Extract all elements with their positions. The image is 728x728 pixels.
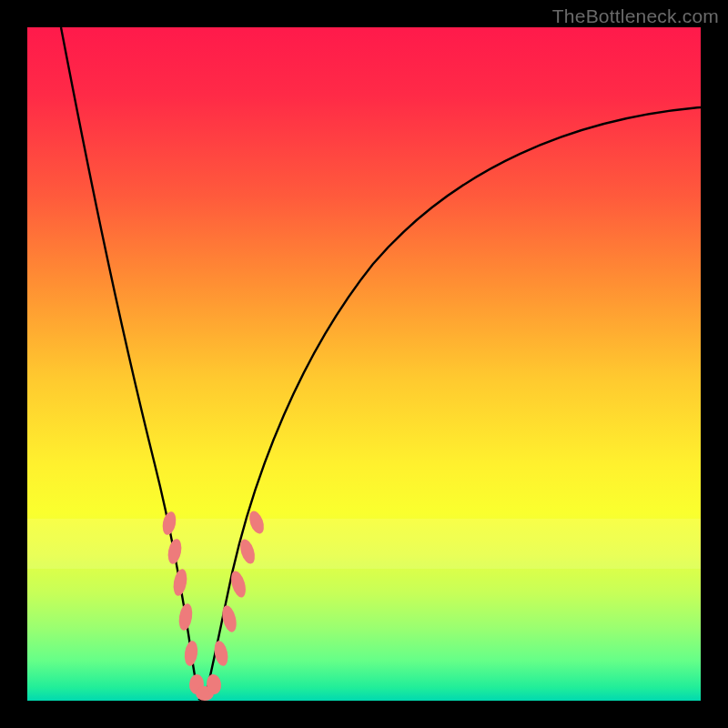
- marker-group: [160, 509, 267, 701]
- svg-point-8: [212, 640, 230, 667]
- svg-point-4: [183, 640, 199, 667]
- svg-point-12: [247, 509, 267, 535]
- curve-left-branch: [61, 27, 200, 699]
- svg-point-0: [160, 511, 177, 536]
- svg-point-1: [166, 538, 183, 565]
- watermark-text: TheBottleneck.com: [552, 5, 719, 27]
- curve-right-branch: [205, 107, 701, 699]
- curve-layer: [27, 27, 701, 701]
- svg-point-3: [177, 602, 195, 632]
- svg-point-2: [172, 568, 189, 597]
- chart-area: [27, 27, 701, 701]
